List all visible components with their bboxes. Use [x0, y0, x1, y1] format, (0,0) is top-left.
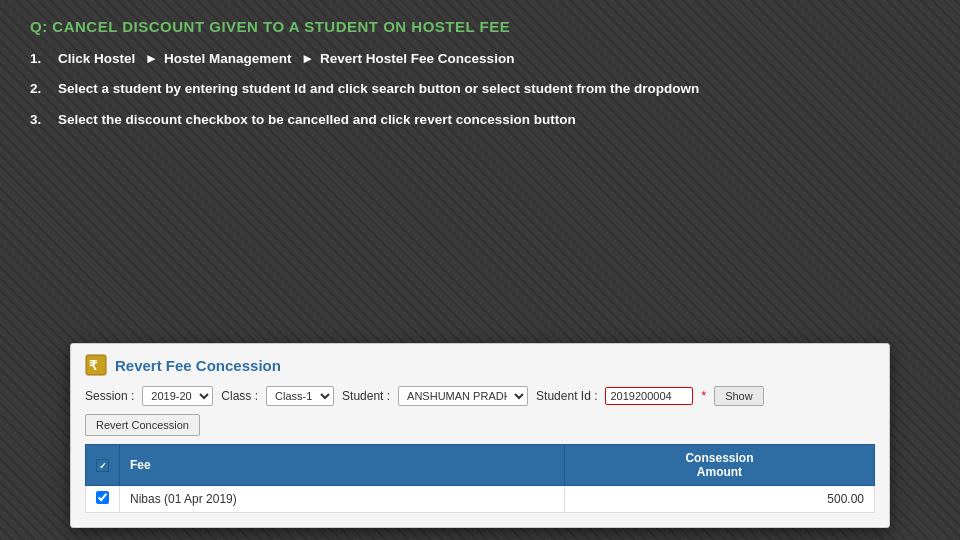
required-asterisk: *	[701, 389, 706, 403]
step-1-number: 1.	[30, 49, 58, 69]
table-header-row: Fee ConsessionAmount	[86, 445, 875, 486]
step-1: 1. Click Hostel ► Hostel Management ► Re…	[30, 49, 930, 69]
step-2-number: 2.	[30, 79, 58, 99]
show-button[interactable]: Show	[714, 386, 764, 406]
table-row: Nibas (01 Apr 2019) 500.00	[86, 486, 875, 513]
arrow-icon-1: ►	[145, 49, 158, 69]
revert-concession-button[interactable]: Revert Concession	[85, 414, 200, 436]
step-2-text: Select a student by entering student Id …	[58, 79, 930, 99]
step-1-text: Click Hostel ► Hostel Management ► Rever…	[58, 49, 930, 69]
student-select[interactable]: ANSHUMAN PRADHAN	[398, 386, 528, 406]
session-select[interactable]: 2019-20	[142, 386, 213, 406]
arrow-icon-2: ►	[301, 49, 314, 69]
steps-list: 1. Click Hostel ► Hostel Management ► Re…	[30, 49, 930, 130]
svg-text:₹: ₹	[89, 358, 98, 373]
form-row: Session : 2019-20 Class : Class-1 Studen…	[85, 386, 875, 406]
session-label: Session :	[85, 389, 134, 403]
row-fee: Nibas (01 Apr 2019)	[120, 486, 565, 513]
step-2: 2. Select a student by entering student …	[30, 79, 930, 99]
header-fee: Fee	[120, 445, 565, 486]
row-checkbox-cell	[86, 486, 120, 513]
panel-title: Revert Fee Concession	[115, 357, 281, 374]
step-3-text: Select the discount checkbox to be cance…	[58, 110, 930, 130]
header-concession-amount: ConsessionAmount	[564, 445, 874, 486]
student-label: Student :	[342, 389, 390, 403]
row-amount: 500.00	[564, 486, 874, 513]
class-label: Class :	[221, 389, 258, 403]
class-select[interactable]: Class-1	[266, 386, 334, 406]
main-content: Q: CANCEL DISCOUNT GIVEN TO A STUDENT ON…	[0, 0, 960, 150]
step-3-number: 3.	[30, 110, 58, 130]
panel-header: ₹ Revert Fee Concession	[85, 354, 875, 376]
student-id-input[interactable]	[605, 387, 693, 405]
fee-table: Fee ConsessionAmount Nibas (01 Apr 2019)…	[85, 444, 875, 513]
panel-icon: ₹	[85, 354, 107, 376]
row-checkbox[interactable]	[96, 491, 109, 504]
screenshot-panel: ₹ Revert Fee Concession Session : 2019-2…	[70, 343, 890, 528]
header-checkbox[interactable]	[96, 459, 109, 472]
student-id-label: Student Id :	[536, 389, 597, 403]
step-3: 3. Select the discount checkbox to be ca…	[30, 110, 930, 130]
header-checkbox-cell	[86, 445, 120, 486]
question-title: Q: CANCEL DISCOUNT GIVEN TO A STUDENT ON…	[30, 18, 930, 35]
